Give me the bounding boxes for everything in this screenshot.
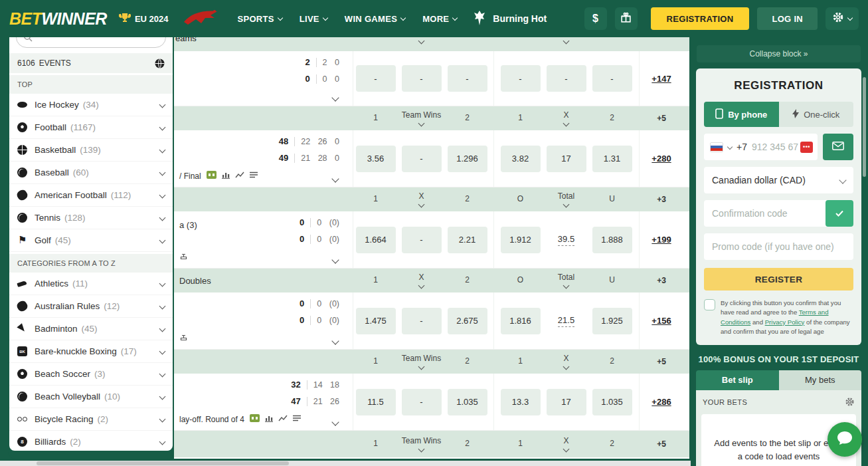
terms-checkbox[interactable]: [704, 299, 715, 310]
expand-match-chevron-icon[interactable]: [331, 175, 339, 182]
deposit-button[interactable]: $: [584, 7, 607, 30]
sidebar-sport-item[interactable]: Bare-knuckle Boxing (17): [9, 340, 173, 363]
odds-cell[interactable]: 1.925: [592, 308, 632, 334]
sidebar-sport-item[interactable]: Tennis (128): [9, 207, 173, 229]
odds-cell[interactable]: 1.035: [592, 389, 632, 415]
promo-code-input[interactable]: [704, 233, 853, 260]
nav-burning-hot[interactable]: Burning Hot: [472, 9, 547, 29]
tab-bet-slip[interactable]: Bet slip: [696, 370, 779, 390]
horizontal-scrollbar[interactable]: [0, 461, 691, 466]
tab-by-phone[interactable]: By phone: [704, 102, 779, 127]
tab-my-bets[interactable]: My bets: [779, 370, 862, 390]
score-widget-icon[interactable]: [250, 414, 260, 424]
odds-cell[interactable]: -: [501, 65, 541, 92]
bracket-icon[interactable]: [179, 333, 188, 343]
trend-chart-icon[interactable]: [278, 414, 288, 424]
expand-match-chevron-icon[interactable]: [331, 94, 339, 101]
more-markets-link[interactable]: +199: [651, 235, 671, 245]
odds-cell[interactable]: 3.56: [356, 146, 396, 172]
odds-cell[interactable]: 1.035: [448, 389, 487, 415]
odds-cell[interactable]: -: [356, 65, 396, 92]
odds-cell[interactable]: 11.5: [356, 389, 396, 415]
sidebar-sport-item[interactable]: Badminton (45): [9, 318, 173, 340]
sidebar-sport-item[interactable]: Bicycle Racing (2): [9, 408, 173, 431]
chevron-down-icon[interactable]: [727, 144, 733, 150]
bar-chart-icon[interactable]: [221, 171, 230, 181]
lineup-list-icon[interactable]: [292, 414, 302, 424]
confirm-code-button[interactable]: [825, 200, 853, 227]
odds-cell[interactable]: 1.664: [356, 227, 396, 253]
odds-cell[interactable]: 17: [547, 146, 586, 172]
odds-cell[interactable]: 3.82: [501, 146, 541, 172]
horizontal-scrollbar-thumb[interactable]: [37, 461, 289, 465]
register-button[interactable]: REGISTER: [704, 268, 853, 291]
odds-cell[interactable]: -: [448, 65, 487, 92]
more-count-label[interactable]: +3: [635, 269, 688, 292]
more-markets-link[interactable]: +280: [651, 154, 671, 164]
sidebar-sport-item[interactable]: Football (1167): [9, 116, 173, 139]
registration-button[interactable]: REGISTRATION: [651, 7, 750, 30]
odds-cell[interactable]: -: [402, 389, 442, 415]
panel-scrollbar-thumb[interactable]: [863, 77, 866, 177]
odds-cell[interactable]: 1.296: [448, 146, 487, 172]
sidebar-sport-item[interactable]: Billiards (2): [9, 431, 173, 451]
more-count-label[interactable]: +3: [635, 187, 688, 211]
more-markets-link[interactable]: +286: [651, 397, 671, 407]
sidebar-sport-item[interactable]: Basketball (139): [9, 139, 173, 162]
more-markets-link[interactable]: +156: [651, 316, 671, 326]
expand-match-chevron-icon[interactable]: [331, 418, 339, 425]
odds-cell[interactable]: -: [402, 308, 442, 334]
red-promo-logo[interactable]: [181, 7, 220, 30]
more-count-label[interactable]: +5: [635, 431, 688, 457]
currency-select[interactable]: Canadian dollar (CAD): [704, 167, 853, 193]
sidebar-sport-item[interactable]: Beach Volleyball (10): [9, 386, 173, 408]
phone-number-field[interactable]: +7 •••: [704, 134, 818, 160]
more-count-label[interactable]: +5: [635, 106, 688, 130]
odds-cell[interactable]: 1.888: [592, 227, 632, 253]
odds-cell[interactable]: -: [592, 65, 632, 92]
privacy-link[interactable]: Privacy Policy: [765, 318, 805, 326]
trend-chart-icon[interactable]: [235, 171, 244, 181]
odds-cell[interactable]: 2.675: [448, 308, 487, 334]
lineup-list-icon[interactable]: [249, 171, 258, 181]
more-markets-link[interactable]: +147: [651, 74, 671, 84]
globe-icon[interactable]: [155, 58, 165, 68]
sidebar-sport-item[interactable]: Baseball (60): [9, 162, 173, 184]
sidebar-sport-item[interactable]: Athletics (11): [9, 273, 173, 295]
odds-cell[interactable]: 2.21: [448, 227, 487, 253]
nav-menu-item[interactable]: LIVE: [300, 14, 327, 24]
betwinner-logo[interactable]: BETWINNER: [9, 9, 107, 29]
more-count-label[interactable]: +5: [635, 350, 688, 374]
odds-cell[interactable]: 1.912: [501, 227, 541, 253]
score-widget-icon[interactable]: [207, 171, 217, 181]
login-button[interactable]: LOG IN: [757, 7, 818, 30]
expand-match-chevron-icon[interactable]: [331, 337, 339, 344]
settings-button[interactable]: [825, 7, 859, 30]
nav-menu-item[interactable]: SPORTS: [237, 14, 282, 24]
sidebar-sport-item[interactable]: Beach Soccer (3): [9, 363, 173, 386]
odds-cell[interactable]: 1.816: [501, 308, 541, 334]
odds-cell[interactable]: 1.31: [592, 146, 632, 172]
bar-chart-icon[interactable]: [264, 414, 274, 424]
live-chat-button[interactable]: [827, 422, 862, 457]
odds-cell[interactable]: -: [547, 65, 586, 92]
gift-button[interactable]: [615, 7, 638, 30]
odds-cell[interactable]: -: [402, 65, 442, 92]
nav-eu2024[interactable]: EU 2024: [119, 13, 169, 25]
betslip-settings-gear-icon[interactable]: [845, 397, 855, 408]
odds-cell[interactable]: -: [402, 146, 442, 172]
odds-cell[interactable]: 39.5: [547, 227, 586, 253]
confirmation-code-input[interactable]: [704, 200, 828, 227]
tab-one-click[interactable]: One-click: [779, 102, 854, 127]
odds-cell[interactable]: 13.3: [501, 389, 541, 415]
nav-menu-item[interactable]: WIN GAMES: [345, 14, 405, 24]
nav-menu-item[interactable]: MORE: [422, 14, 457, 24]
odds-cell[interactable]: 1.475: [356, 308, 396, 334]
sidebar-sport-item[interactable]: American Football (112): [9, 184, 173, 207]
collapse-block-button[interactable]: Collapse block »: [697, 45, 861, 62]
odds-cell[interactable]: -: [402, 227, 442, 253]
expand-match-chevron-icon[interactable]: [331, 256, 339, 263]
sidebar-sport-item[interactable]: Australian Rules (12): [9, 295, 173, 318]
sidebar-sport-item[interactable]: Golf (45): [9, 229, 173, 252]
send-code-button[interactable]: [823, 134, 853, 160]
